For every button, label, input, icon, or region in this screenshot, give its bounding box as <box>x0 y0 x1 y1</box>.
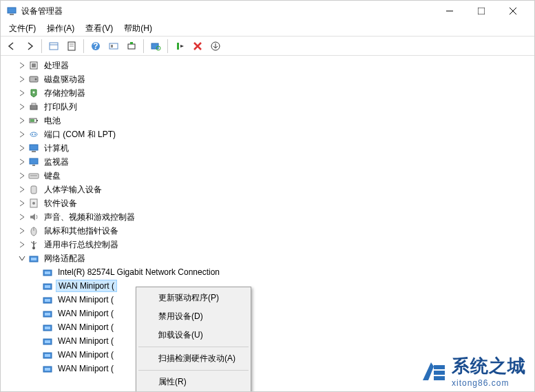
expand-arrow-icon[interactable] <box>17 185 27 194</box>
app-icon <box>6 6 17 17</box>
expand-arrow-icon[interactable] <box>17 102 27 112</box>
ctx-uninstall-device[interactable]: 卸载设备(U) <box>138 326 249 344</box>
svg-rect-35 <box>32 151 36 152</box>
enable-button[interactable] <box>171 38 188 54</box>
svg-rect-40 <box>31 186 36 194</box>
expand-arrow-icon[interactable] <box>17 116 27 125</box>
tree-node[interactable]: 端口 (COM 和 LPT) <box>14 127 534 141</box>
svg-text:?: ? <box>93 41 98 51</box>
network-adapter-icon <box>42 280 53 291</box>
network-adapter-icon <box>42 294 53 305</box>
tree-node-label: 打印队列 <box>42 101 79 114</box>
spacer <box>31 322 41 332</box>
menu-action[interactable]: 操作(A) <box>41 21 80 36</box>
ctx-scan-hardware[interactable]: 扫描检测硬件改动(A) <box>138 349 249 368</box>
tree-node-label: 电池 <box>42 114 63 127</box>
svg-point-25 <box>33 92 35 94</box>
tree-node-label: 磁盘驱动器 <box>42 73 87 86</box>
svg-rect-54 <box>45 285 50 288</box>
properties-button[interactable] <box>63 38 80 54</box>
svg-rect-66 <box>45 368 50 371</box>
tree-node-label: 端口 (COM 和 LPT) <box>42 128 118 141</box>
tree-node[interactable]: 存储控制器 <box>14 86 534 100</box>
tree-leaf[interactable]: WAN Miniport ( <box>28 348 534 362</box>
toolbar: ? <box>1 37 534 56</box>
expand-arrow-icon[interactable] <box>17 61 27 70</box>
expand-arrow-icon[interactable] <box>17 74 27 84</box>
tree-node[interactable]: 声音、视频和游戏控制器 <box>14 210 534 224</box>
spacer <box>31 267 41 277</box>
svg-rect-6 <box>50 43 58 50</box>
down-button[interactable] <box>207 38 224 54</box>
tree-node[interactable]: 磁盘驱动器 <box>14 72 534 86</box>
tree-leaf[interactable]: WAN Miniport ( <box>28 320 534 334</box>
expand-arrow-icon[interactable] <box>17 240 27 249</box>
expand-arrow-icon[interactable] <box>17 198 27 208</box>
scan-button[interactable] <box>147 38 164 54</box>
network-adapter-icon <box>42 349 53 360</box>
tree-leaf-label: WAN Miniport ( <box>56 363 116 374</box>
expand-arrow-icon[interactable] <box>17 212 27 222</box>
device-icon <box>28 198 39 209</box>
expand-arrow-icon[interactable] <box>17 130 27 139</box>
action-button[interactable] <box>105 38 122 54</box>
window-title: 设备管理器 <box>21 6 434 17</box>
tree-node[interactable]: 监视器 <box>14 155 534 169</box>
tree-node[interactable]: 处理器 <box>14 59 534 72</box>
svg-rect-1 <box>10 14 14 15</box>
tree-node[interactable]: 打印队列 <box>14 100 534 114</box>
show-hide-button[interactable] <box>45 38 62 54</box>
ctx-update-driver[interactable]: 更新驱动程序(P) <box>138 289 249 307</box>
tree-leaf[interactable]: Intel(R) 82574L Gigabit Network Connecti… <box>28 265 534 279</box>
tree-node[interactable]: 人体学输入设备 <box>14 183 534 196</box>
tree-node[interactable]: 软件设备 <box>14 196 534 210</box>
maximize-button[interactable] <box>465 1 497 21</box>
tree-leaf-label: WAN Miniport ( <box>56 280 117 292</box>
expand-arrow-icon[interactable] <box>17 88 27 98</box>
menu-view[interactable]: 查看(V) <box>80 21 118 36</box>
tree-node[interactable]: 计算机 <box>14 141 534 155</box>
tree-node-label: 鼠标和其他指针设备 <box>42 225 120 238</box>
svg-rect-50 <box>31 258 36 260</box>
device-icon <box>28 87 39 99</box>
tree-node[interactable]: 键盘 <box>14 169 534 183</box>
help-button[interactable]: ? <box>87 38 104 54</box>
tree-node[interactable]: 鼠标和其他指针设备 <box>14 224 534 238</box>
update-button[interactable] <box>123 38 140 54</box>
menu-file[interactable]: 文件(F) <box>3 21 41 36</box>
network-adapter-icon <box>42 267 53 278</box>
svg-rect-29 <box>36 120 38 121</box>
tree-leaf[interactable]: WAN Miniport ( <box>28 334 534 348</box>
forward-button[interactable] <box>21 38 38 54</box>
uninstall-button[interactable] <box>189 38 206 54</box>
ctx-properties[interactable]: 属性(R) <box>138 373 249 391</box>
close-button[interactable] <box>497 1 529 21</box>
spacer <box>31 364 41 373</box>
device-icon <box>28 170 39 181</box>
svg-point-42 <box>32 202 35 205</box>
ctx-disable-device[interactable]: 禁用设备(D) <box>138 307 249 326</box>
tree-node-network[interactable]: 网络适配器 <box>14 251 534 265</box>
tree-leaf[interactable]: WAN Miniport ( <box>28 279 534 293</box>
tree-leaf[interactable]: WAN Miniport ( <box>28 293 534 307</box>
menu-help[interactable]: 帮助(H) <box>118 21 158 36</box>
spacer <box>31 309 41 318</box>
expand-arrow-icon[interactable] <box>17 143 27 153</box>
svg-point-33 <box>34 134 36 135</box>
svg-point-24 <box>35 79 37 81</box>
minimize-button[interactable] <box>434 1 465 21</box>
spacer <box>31 336 41 346</box>
tree-node-label: 处理器 <box>42 59 71 72</box>
back-button[interactable] <box>3 38 20 54</box>
tree-leaf[interactable]: WAN Miniport ( <box>28 307 534 320</box>
svg-rect-3 <box>478 8 485 14</box>
expand-arrow-icon[interactable] <box>17 226 27 236</box>
device-tree[interactable]: 处理器磁盘驱动器存储控制器打印队列电池端口 (COM 和 LPT)计算机监视器键… <box>1 56 534 391</box>
expand-arrow-icon[interactable] <box>17 171 27 180</box>
collapse-arrow-icon[interactable] <box>17 254 27 263</box>
expand-arrow-icon[interactable] <box>17 157 27 167</box>
tree-node[interactable]: 通用串行总线控制器 <box>14 238 534 251</box>
tree-node[interactable]: 电池 <box>14 114 534 127</box>
tree-leaf[interactable]: WAN Miniport ( <box>28 362 534 375</box>
device-icon <box>28 253 39 264</box>
